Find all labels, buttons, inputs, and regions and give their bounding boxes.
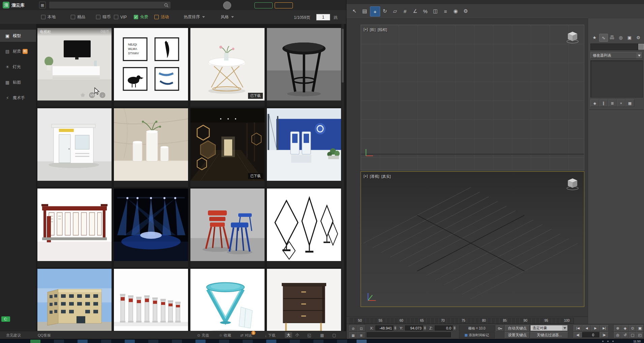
pan-icon[interactable]: ▢ xyxy=(629,332,636,338)
titlebar-green-button[interactable] xyxy=(254,2,273,8)
taskbar-item[interactable] xyxy=(172,340,182,343)
search-icon[interactable] xyxy=(164,3,168,9)
tab-motion[interactable]: ◎ xyxy=(617,34,625,41)
tab-modify[interactable]: ∿ xyxy=(599,34,608,42)
object-name-field[interactable] xyxy=(590,44,638,50)
user-avatar[interactable] xyxy=(223,1,231,9)
grid-scrollbar-thumb[interactable] xyxy=(342,29,344,83)
viewcube[interactable] xyxy=(566,30,579,45)
tray-icon[interactable] xyxy=(607,341,609,342)
zoom-all-icon[interactable]: ◈ xyxy=(621,325,629,332)
select-object-icon[interactable]: ↖ xyxy=(350,6,359,16)
page-jump-button[interactable]: 跳 xyxy=(334,15,338,21)
snaps-toggle-icon[interactable]: # xyxy=(400,6,410,16)
titlebar-orange-button[interactable] xyxy=(275,2,293,8)
taskbar-item[interactable] xyxy=(125,340,135,343)
checkbox-icon[interactable] xyxy=(114,15,118,19)
current-frame-field[interactable] xyxy=(582,332,599,337)
model-card-white-side-table[interactable]: 已下载 xyxy=(190,28,265,107)
model-card-memorial-columns[interactable] xyxy=(114,269,188,331)
sidebar-item-lights[interactable]: ☀ 灯光 xyxy=(0,61,36,73)
model-card-dark-wood-cabinet[interactable] xyxy=(267,269,341,331)
model-card-ceramic-vases[interactable] xyxy=(114,108,188,187)
show-end-result-icon[interactable]: ∥ xyxy=(599,99,608,107)
downloads-button[interactable]: ↓ 下载 xyxy=(265,333,276,338)
viewport-menu-plus[interactable]: [+] xyxy=(364,27,368,32)
expand-icon[interactable]: ◱ xyxy=(307,333,311,338)
filter-coin[interactable]: 猫币 xyxy=(96,10,111,24)
model-card-guard-kiosk[interactable] xyxy=(37,108,112,187)
window-mode-icon[interactable]: ▢ xyxy=(332,333,336,338)
qq-service-link[interactable]: QQ客服 xyxy=(38,333,51,338)
object-color-swatch[interactable] xyxy=(638,44,644,50)
configure-sets-icon[interactable]: ▦ xyxy=(625,99,634,107)
viewcube[interactable] xyxy=(566,176,579,191)
viewport-view-menu[interactable]: [透视] xyxy=(370,174,379,179)
tab-utilities[interactable]: ⚙ xyxy=(634,34,642,41)
search-input[interactable] xyxy=(52,2,161,8)
z-spinner[interactable] xyxy=(453,325,456,331)
model-card-dark-corridor[interactable]: 已下载 xyxy=(190,108,265,187)
filter-event[interactable]: 活动 xyxy=(154,10,169,24)
page-input[interactable] xyxy=(316,14,330,21)
viewport-front[interactable]: [+] [前] [线框] xyxy=(361,25,584,170)
tab-display[interactable]: ▣ xyxy=(625,34,634,41)
make-unique-icon[interactable]: ≣ xyxy=(608,99,617,107)
viewport-menu-plus[interactable]: [+] xyxy=(364,174,368,179)
track-bar[interactable]: 50 55 60 65 70 75 80 85 90 95 100 xyxy=(346,316,588,324)
model-card-stage-lighting[interactable] xyxy=(114,189,188,267)
sidebar-item-textures[interactable]: ▦ 贴图 xyxy=(0,76,36,88)
zoom-extents-icon[interactable]: ⊙ xyxy=(629,325,636,332)
taskbar-item-active[interactable] xyxy=(357,340,367,343)
select-and-scale-icon[interactable]: ▱ xyxy=(390,6,400,16)
viewport-perspective[interactable]: [+] [透视] [真实] xyxy=(361,171,584,307)
set-key-button[interactable]: 设置关键点 xyxy=(505,332,530,338)
go-to-start-button[interactable]: |◀ xyxy=(574,325,582,331)
previous-key-button[interactable]: ◀| xyxy=(574,332,582,338)
maximize-viewport-icon[interactable]: ◰ xyxy=(636,332,644,338)
add-time-tag[interactable]: 添加时间标记 xyxy=(459,332,495,338)
pin-stack-icon[interactable]: ◈ xyxy=(590,99,599,107)
taskbar-item[interactable] xyxy=(337,340,347,343)
go-to-end-button[interactable]: ▶| xyxy=(600,325,609,331)
model-card-plastic-stools[interactable] xyxy=(190,189,265,267)
taskbar-item[interactable] xyxy=(148,340,158,343)
mirror-icon[interactable]: ◫ xyxy=(431,6,440,16)
isolate-selection-icon[interactable]: ⊘ xyxy=(349,325,357,332)
taskbar-item[interactable] xyxy=(54,340,64,343)
field-of-view-icon[interactable]: ◎ xyxy=(614,332,621,338)
viewport-view-menu[interactable]: [前] xyxy=(370,27,376,32)
remove-modifier-icon[interactable]: × xyxy=(617,99,625,107)
checkbox-icon[interactable] xyxy=(71,15,75,19)
taskbar-item[interactable] xyxy=(101,340,111,343)
taskbar-item[interactable] xyxy=(195,340,206,343)
tray-icon[interactable] xyxy=(612,341,614,342)
compare-button[interactable]: ⇄ 对比 1 xyxy=(240,333,252,338)
category-menu-button[interactable]: ▦ xyxy=(39,2,46,8)
next-key-button[interactable]: |▶ xyxy=(600,332,609,338)
render-setup-icon[interactable]: ⚙ xyxy=(461,6,470,16)
sidebar-item-materials[interactable]: ▤ 材质 精 xyxy=(0,45,36,57)
taskbar-item[interactable] xyxy=(313,340,324,343)
style-dropdown[interactable]: 风格 xyxy=(221,10,234,24)
select-and-rotate-icon[interactable]: ↻ xyxy=(380,6,390,16)
orbit-icon[interactable]: ↺ xyxy=(621,332,629,338)
model-card-blue-exhibition-hall[interactable] xyxy=(267,108,341,187)
model-card-office-building[interactable] xyxy=(37,269,112,331)
sort-dropdown[interactable]: 热度排序 xyxy=(184,10,205,24)
taskbar-item[interactable] xyxy=(78,340,88,343)
timeline-ruler[interactable]: 50 55 60 65 70 75 80 85 90 95 100 xyxy=(349,318,574,324)
checkbox-checked-icon[interactable]: ✓ xyxy=(134,15,138,19)
download-icon[interactable]: ↓ xyxy=(99,92,106,98)
key-filters-button[interactable]: 关键点过滤器... xyxy=(530,332,568,338)
layout-grid-icon[interactable]: ▦ xyxy=(320,333,324,338)
thumbnail-size-large[interactable]: 大 xyxy=(285,332,292,338)
tab-create[interactable]: ★ xyxy=(590,34,599,41)
x-spinner[interactable] xyxy=(393,325,397,331)
modifier-stack-list[interactable] xyxy=(590,60,643,97)
set-key-icon[interactable] xyxy=(496,325,504,332)
play-button[interactable]: ▶ xyxy=(591,325,600,331)
checkbox-icon[interactable] xyxy=(41,15,45,19)
selection-lock-icon[interactable]: ⊡ xyxy=(357,325,365,332)
tab-hierarchy[interactable]: 品 xyxy=(608,34,616,41)
